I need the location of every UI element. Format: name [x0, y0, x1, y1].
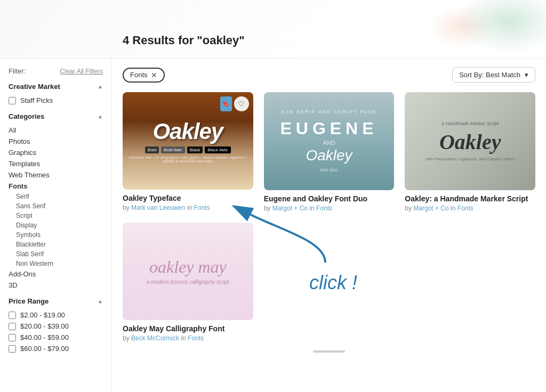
categories-section-header[interactable]: Categories ▲	[9, 112, 111, 120]
creative-market-section-header[interactable]: Creative Market ▲	[9, 83, 111, 91]
price-option-1[interactable]: $20.00 - $39.00	[9, 321, 111, 332]
product-image-3: a Handmade Marker Script Oakley with Pun…	[405, 92, 535, 190]
product-card-4[interactable]: oakley may a modern bounce calligraphy s…	[123, 223, 253, 342]
price-option-0[interactable]: $2.00 - $19.00	[9, 309, 111, 321]
fonts-filter-label: Fonts	[130, 71, 148, 79]
price-range-chevron: ▲	[98, 298, 103, 304]
price-checkbox-0[interactable]	[9, 312, 16, 319]
categories-section: Categories ▲ All Photos Graphics Templat…	[9, 112, 111, 291]
product-title-2: Eugene and Oakley Font Duo	[264, 194, 395, 203]
product-title-3: Oakley: a Handmade Marker Script	[405, 194, 535, 203]
category-3d[interactable]: 3D	[9, 280, 111, 291]
bookmark-icon-1[interactable]: 🔖	[220, 96, 232, 111]
sort-chevron-icon: ▾	[525, 71, 528, 79]
product-author-3: by Margot + Co in Fonts	[405, 205, 535, 212]
sidebar: Filter: Clear All Filters Creative Marke…	[0, 59, 112, 392]
subcategory-sans-serif[interactable]: Sans Serif	[9, 201, 111, 211]
product-image-1: Oakley Bold Bold Italic Black Black Ital…	[123, 92, 253, 190]
price-label-1: $20.00 - $39.00	[20, 322, 69, 330]
search-results-heading: 4 Results for "oakley"	[123, 34, 245, 47]
product-card-2[interactable]: san serif and script pack EUGENE AND Oak…	[264, 92, 395, 212]
creative-market-section: Creative Market ▲ Staff Picks	[9, 83, 111, 106]
remove-fonts-filter[interactable]: ✕	[151, 71, 157, 79]
filter-header: Filter: Clear All Filters	[9, 67, 111, 75]
category-add-ons[interactable]: Add-Ons	[9, 268, 111, 280]
subcategory-slab-serif[interactable]: Slab Serif	[9, 249, 111, 259]
sort-label: Sort By: Best Match	[459, 71, 520, 79]
categories-title: Categories	[9, 112, 44, 120]
product-category-link-1[interactable]: Fonts	[194, 204, 210, 211]
clear-all-filters-link[interactable]: Clear All Filters	[60, 68, 103, 75]
price-label-3: $60.00 - $79.00	[20, 345, 69, 353]
staff-picks-item[interactable]: Staff Picks	[9, 95, 111, 106]
product-card-1[interactable]: Oakley Bold Bold Italic Black Black Ital…	[123, 92, 253, 212]
scroll-indicator	[313, 350, 345, 353]
active-filters: Fonts ✕	[123, 68, 165, 83]
category-graphics[interactable]: Graphics	[9, 147, 111, 158]
category-web-themes[interactable]: Web Themes	[9, 169, 111, 181]
price-option-2[interactable]: $40.00 - $59.00	[9, 332, 111, 343]
subcategory-serif[interactable]: Serif	[9, 192, 111, 201]
price-option-3[interactable]: $60.00 - $79.00	[9, 343, 111, 354]
product-author-4: by Beck McCormick in Fonts	[123, 334, 253, 342]
svg-text:click !: click !	[309, 272, 357, 293]
top-banner: 4 Results for "oakley"	[0, 0, 546, 59]
staff-picks-label: Staff Picks	[20, 96, 53, 104]
price-range-section: Price Range ▲ $2.00 - $19.00 $20.00 - $3…	[9, 297, 111, 354]
product-author-link-4[interactable]: Beck McCormick	[131, 334, 179, 342]
price-label-2: $40.00 - $59.00	[20, 333, 69, 341]
main-content: Fonts ✕ Sort By: Best Match ▾ Oakley Bol…	[112, 59, 546, 392]
price-checkbox-2[interactable]	[9, 334, 16, 341]
price-range-section-header[interactable]: Price Range ▲	[9, 297, 111, 305]
product-grid: Oakley Bold Bold Italic Black Black Ital…	[123, 92, 535, 342]
subcategory-display[interactable]: Display	[9, 220, 111, 230]
category-all[interactable]: All	[9, 125, 111, 136]
toolbar: Fonts ✕ Sort By: Best Match ▾	[123, 67, 535, 83]
creative-market-chevron: ▲	[98, 84, 103, 89]
product-category-link-4[interactable]: Fonts	[188, 334, 204, 342]
wishlist-icon-1[interactable]: ♡	[234, 96, 249, 111]
product-author-link-2[interactable]: Margot + Co	[272, 205, 308, 212]
category-fonts[interactable]: Fonts	[9, 181, 111, 192]
product-title-1: Oakley Typeface	[123, 194, 253, 202]
filter-label: Filter:	[9, 67, 26, 75]
product-category-link-2[interactable]: Fonts	[316, 205, 332, 212]
category-photos[interactable]: Photos	[9, 136, 111, 147]
creative-market-title: Creative Market	[9, 83, 60, 91]
main-layout: Filter: Clear All Filters Creative Marke…	[0, 59, 546, 392]
price-checkbox-1[interactable]	[9, 323, 16, 330]
subcategory-non-western[interactable]: Non Western	[9, 259, 111, 268]
product-author-2: by Margot + Co in Fonts	[264, 205, 395, 212]
fonts-filter-tag[interactable]: Fonts ✕	[123, 68, 165, 83]
subcategory-symbols[interactable]: Symbols	[9, 230, 111, 240]
product-card-3[interactable]: a Handmade Marker Script Oakley with Pun…	[405, 92, 535, 212]
price-label-0: $2.00 - $19.00	[20, 311, 65, 319]
product-title-4: Oakley May Calligraphy Font	[123, 324, 253, 333]
subcategory-blackletter[interactable]: Blackletter	[9, 240, 111, 249]
product-category-link-3[interactable]: Fonts	[457, 205, 473, 212]
category-templates[interactable]: Templates	[9, 158, 111, 169]
sort-dropdown[interactable]: Sort By: Best Match ▾	[452, 67, 535, 83]
subcategory-script[interactable]: Script	[9, 211, 111, 220]
product-author-1: by Mark van Leeuwen in Fonts	[123, 204, 253, 211]
product-image-2: san serif and script pack EUGENE AND Oak…	[264, 92, 395, 190]
product-author-link-1[interactable]: Mark van Leeuwen	[131, 204, 185, 211]
price-range-title: Price Range	[9, 297, 49, 305]
staff-picks-checkbox[interactable]	[9, 97, 16, 104]
price-checkbox-3[interactable]	[9, 345, 16, 353]
categories-chevron: ▲	[98, 113, 103, 119]
product-image-4: oakley may a modern bounce calligraphy s…	[123, 223, 253, 320]
product-author-link-3[interactable]: Margot + Co	[413, 205, 448, 212]
